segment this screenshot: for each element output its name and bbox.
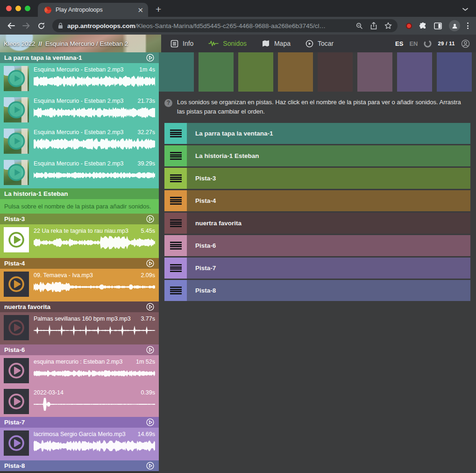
window-close-button[interactable]	[6, 6, 12, 11]
section-play-button[interactable]	[146, 215, 155, 223]
reload-button[interactable]	[35, 19, 48, 32]
sample-waveform[interactable]	[34, 235, 155, 251]
sample-row[interactable]: Esquina Mercurio - Esteban 2.mp321.73s	[0, 94, 159, 126]
sample-waveform[interactable]	[34, 73, 155, 89]
header-map-photo[interactable]: Kleos 2022//Esquina Mercurio / Esteban 2	[0, 35, 161, 52]
drag-handle[interactable]	[164, 145, 187, 166]
sample-row[interactable]: Esquina Mercurio - Esteban 2.mp31m 4s	[0, 63, 159, 94]
sample-play-button[interactable]	[4, 358, 29, 383]
sample-play-button[interactable]	[4, 272, 29, 297]
drag-handle[interactable]	[164, 123, 187, 144]
section-play-button[interactable]	[146, 418, 155, 427]
drag-handle[interactable]	[164, 258, 187, 279]
track-row[interactable]: Pista-3	[164, 168, 470, 189]
track-row-body[interactable]: Pista-4	[187, 190, 470, 211]
sample-row[interactable]: Esquina Mercurio - Esteban 2.mp332.27s	[0, 126, 159, 157]
lang-en-button[interactable]: EN	[409, 40, 418, 47]
recording-indicator-icon[interactable]	[406, 23, 412, 29]
sample-play-button-icon[interactable]	[4, 160, 29, 185]
sample-play-button-icon[interactable]	[4, 66, 29, 91]
sample-thumbnail[interactable]	[4, 97, 29, 122]
drag-handle[interactable]	[164, 280, 187, 301]
track-row[interactable]: Pista-4	[164, 190, 470, 211]
sample-row[interactable]: 2022-03-140.39s	[0, 386, 159, 417]
sample-waveform[interactable]	[34, 396, 155, 412]
new-tab-button[interactable]: +	[156, 4, 161, 15]
tab-mapa[interactable]: Mapa	[262, 40, 291, 47]
sample-waveform[interactable]	[34, 438, 155, 454]
sample-waveform[interactable]	[34, 167, 155, 183]
track-row[interactable]: nuertra favorita	[164, 213, 470, 234]
track-row[interactable]: Pista-7	[164, 258, 470, 279]
track-section-header[interactable]: Pista-3	[0, 214, 159, 224]
sample-waveform[interactable]	[34, 136, 155, 152]
sample-thumbnail[interactable]	[4, 66, 29, 91]
sample-waveform[interactable]	[34, 322, 155, 338]
sample-waveform[interactable]	[34, 279, 155, 295]
drag-handle[interactable]	[164, 213, 187, 234]
back-button[interactable]	[5, 19, 18, 32]
sample-play-button-icon[interactable]	[4, 97, 29, 122]
track-row[interactable]: La parra tapa la ventana-1	[164, 123, 470, 144]
sample-waveform[interactable]	[34, 366, 155, 381]
track-row-body[interactable]: La parra tapa la ventana-1	[187, 123, 470, 144]
lang-es-button[interactable]: ES	[395, 40, 403, 47]
url-bar[interactable]: app.antropoloops.com/Kleos-Santa-Marina/…	[52, 19, 398, 32]
sample-thumbnail[interactable]	[4, 129, 29, 154]
track-row[interactable]: La historia-1 Esteban	[164, 145, 470, 166]
zoom-level-icon[interactable]	[356, 22, 363, 29]
tab-search-chevron-icon[interactable]	[462, 7, 469, 12]
window-zoom-button[interactable]	[25, 6, 30, 11]
track-row-body[interactable]: Pista-7	[187, 258, 470, 279]
tab-sonidos[interactable]: Sonidos	[208, 40, 247, 47]
track-row-body[interactable]: nuertra favorita	[187, 213, 470, 234]
section-play-button[interactable]	[146, 302, 155, 311]
drag-handle[interactable]	[164, 190, 187, 211]
track-section-header[interactable]: La historia-1 Esteban	[0, 188, 159, 199]
sample-play-button[interactable]	[4, 389, 29, 414]
browser-menu-kebab-icon[interactable]	[467, 22, 469, 29]
sample-play-button[interactable]	[4, 227, 29, 252]
track-section-header[interactable]: Pista-8	[0, 460, 159, 471]
side-panel-icon[interactable]	[434, 22, 442, 29]
extensions-puzzle-icon[interactable]	[419, 22, 427, 30]
section-play-button[interactable]	[146, 53, 155, 62]
drag-handle[interactable]	[164, 168, 187, 189]
track-section-header[interactable]: La parra tapa la ventana-1	[0, 52, 159, 63]
track-row-body[interactable]: Pista-8	[187, 280, 470, 301]
sample-play-button[interactable]	[4, 315, 29, 340]
track-row[interactable]: Pista-8	[164, 280, 470, 301]
sample-play-button-icon[interactable]	[4, 129, 29, 154]
sample-waveform[interactable]	[34, 105, 155, 121]
section-play-button[interactable]	[146, 461, 155, 470]
sample-row[interactable]: esquina mercurio : Esteban 2.mp31m 52s	[0, 355, 159, 386]
track-section-header[interactable]: Pista-6	[0, 344, 159, 355]
track-section-header[interactable]: nuertra favorita	[0, 301, 159, 312]
track-row-body[interactable]: La historia-1 Esteban	[187, 145, 470, 166]
browser-tab[interactable]: Play Antropoloops ✕	[38, 3, 148, 17]
track-row[interactable]: Pista-6	[164, 235, 470, 256]
tab-info[interactable]: Info	[171, 40, 193, 48]
forward-button[interactable]	[20, 19, 33, 32]
share-icon[interactable]	[370, 22, 377, 29]
track-row-body[interactable]: Pista-3	[187, 168, 470, 189]
profile-avatar[interactable]	[449, 20, 460, 31]
sample-thumbnail[interactable]	[4, 160, 29, 185]
sample-row[interactable]: Palmas sevillanas 160 bpm mp3.mp33.77s	[0, 312, 159, 344]
drag-handle[interactable]	[164, 235, 187, 256]
tab-tocar[interactable]: Tocar	[305, 40, 334, 48]
window-minimize-button[interactable]	[15, 6, 21, 11]
sample-row[interactable]: Esquina Mercurio - Esteban 2.mp339.29s	[0, 157, 159, 188]
section-play-button[interactable]	[146, 345, 155, 354]
bookmark-star-icon[interactable]	[384, 22, 392, 29]
tab-close-icon[interactable]: ✕	[137, 7, 143, 14]
track-section-header[interactable]: Pista-7	[0, 417, 159, 428]
section-play-button[interactable]	[146, 259, 155, 268]
sample-play-button[interactable]	[4, 430, 29, 456]
track-section-header[interactable]: Pista-4	[0, 258, 159, 269]
sample-row[interactable]: 09. Temaeva - Iva.mp32.09s	[0, 269, 159, 301]
account-icon[interactable]	[461, 39, 470, 48]
track-row-body[interactable]: Pista-6	[187, 235, 470, 256]
sample-row[interactable]: lacrimosa Sergio García Merlo.mp314.69s	[0, 428, 159, 460]
sample-row[interactable]: 22 Ua reka te tagnia to rau niau.mp35.45…	[0, 224, 159, 258]
